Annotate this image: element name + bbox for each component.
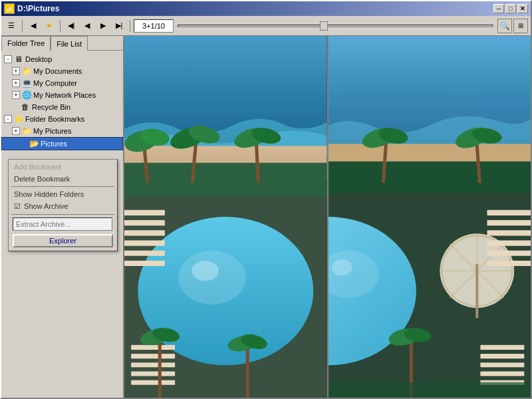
svg-rect-24 [131, 362, 175, 367]
show-archive-label: Show Archive [24, 202, 68, 210]
sidebar: Folder Tree File List - 🖥 Desktop + 📁 My… [1, 36, 124, 398]
desktop-label: Desktop [25, 55, 52, 63]
menu-delete-bookmark[interactable]: Delete Bookmark [9, 173, 117, 185]
menu-add-bookmark[interactable]: Add Bookmark [9, 161, 117, 173]
tree-item-folder-bookmarks[interactable]: - ⭐ Folder Bookmarks [1, 113, 123, 125]
titlebar: 📁 D:\Pictures ─ □ ✕ [1, 1, 531, 16]
image-area [124, 36, 531, 398]
svg-rect-16 [124, 210, 165, 215]
tree-item-network-places[interactable]: + 🌐 My Network Places [1, 89, 123, 101]
svg-rect-62 [480, 371, 524, 376]
left-scene-svg [124, 36, 327, 398]
svg-rect-27 [158, 338, 162, 398]
network-places-icon: 🌐 [21, 90, 32, 100]
tree-item-my-documents[interactable]: + 📁 My Documents [1, 65, 123, 77]
close-button[interactable]: ✕ [517, 4, 528, 13]
my-computer-icon: 💻 [21, 78, 32, 88]
first-button[interactable]: ◀| [64, 19, 78, 33]
minimize-button[interactable]: ─ [493, 4, 504, 13]
svg-rect-61 [480, 362, 524, 367]
context-menu: Add Bookmark Delete Bookmark Show Hidden… [8, 159, 118, 251]
svg-rect-17 [124, 220, 165, 225]
expand-network-places[interactable]: + [12, 91, 20, 99]
tab-file-list[interactable]: File List [51, 36, 88, 51]
svg-rect-22 [131, 345, 175, 350]
expand-my-documents[interactable]: + [12, 67, 20, 75]
extract-input[interactable] [13, 217, 112, 231]
window-icon: 📁 [4, 3, 15, 14]
slider-thumb[interactable] [320, 21, 328, 31]
forward-button[interactable]: ▶ [96, 19, 110, 33]
svg-rect-57 [487, 251, 531, 256]
menu-extract-container [9, 216, 117, 232]
svg-rect-60 [480, 354, 524, 358]
maximize-button[interactable]: □ [505, 4, 516, 13]
svg-rect-67 [329, 382, 531, 398]
window-title: D:\Pictures [17, 4, 59, 13]
svg-rect-25 [131, 371, 175, 376]
slider-track [178, 25, 493, 27]
expand-button[interactable]: ⊞ [513, 19, 528, 33]
folder-bookmarks-label: Folder Bookmarks [25, 115, 84, 123]
recycle-bin-label: Recycle Bin [32, 103, 70, 111]
menu-sep-2 [11, 214, 114, 215]
svg-rect-53 [487, 210, 531, 215]
expand-my-computer[interactable]: + [12, 79, 20, 87]
menu-sep-1 [11, 186, 114, 187]
tree-item-recycle-bin[interactable]: 🗑 Recycle Bin [1, 101, 123, 113]
tree-item-pictures[interactable]: 📂 Pictures [1, 137, 123, 150]
toolbar-separator-3 [130, 20, 130, 32]
right-scene-svg [329, 36, 531, 398]
toolbar-separator-2 [60, 20, 61, 32]
svg-rect-59 [480, 345, 524, 350]
svg-point-45 [332, 259, 352, 275]
svg-point-15 [192, 261, 219, 281]
nav-back-button[interactable]: ◀ [26, 19, 41, 33]
svg-rect-30 [246, 345, 249, 398]
titlebar-left: 📁 D:\Pictures [4, 3, 59, 14]
menu-show-hidden[interactable]: Show Hidden Folders [9, 188, 117, 200]
main-content: Folder Tree File List - 🖥 Desktop + 📁 My… [1, 36, 531, 398]
menu-show-archive[interactable]: ☑ Show Archive [9, 200, 117, 213]
toolbar-separator-1 [22, 20, 23, 32]
tree-item-desktop[interactable]: - 🖥 Desktop [1, 53, 123, 65]
explorer-button[interactable]: Explorer [13, 234, 113, 247]
tree-item-my-pictures[interactable]: + 📁 My Pictures [1, 125, 123, 137]
image-panel-left [124, 36, 327, 398]
prev-button[interactable]: ◀ [80, 19, 94, 33]
svg-rect-26 [131, 380, 175, 385]
tab-folder-tree[interactable]: Folder Tree [1, 36, 51, 51]
my-documents-label: My Documents [33, 67, 82, 75]
main-window: 📁 D:\Pictures ─ □ ✕ ☰ ◀ ★ ◀| ◀ ▶ ▶| 3+1/… [0, 0, 532, 399]
svg-rect-58 [487, 261, 531, 266]
toolbar: ☰ ◀ ★ ◀| ◀ ▶ ▶| 3+1/10 🔍 ⊞ [1, 16, 531, 36]
svg-rect-56 [487, 241, 531, 246]
bookmark-button[interactable]: ★ [42, 19, 57, 33]
svg-rect-18 [124, 230, 165, 235]
image-counter: 3+1/10 [134, 19, 174, 33]
expand-my-pictures[interactable]: + [12, 127, 20, 135]
my-computer-label: My Computer [33, 79, 77, 87]
search-button[interactable]: 🔍 [497, 19, 512, 33]
tab-border [88, 36, 123, 51]
svg-rect-23 [131, 354, 175, 358]
expand-folder-bookmarks[interactable]: - [4, 115, 12, 123]
svg-rect-19 [124, 241, 165, 246]
svg-rect-20 [124, 251, 165, 256]
tree-item-my-computer[interactable]: + 💻 My Computer [1, 77, 123, 89]
pictures-label: Pictures [41, 140, 67, 148]
folder-bookmarks-icon: ⭐ [13, 114, 24, 124]
menu-button[interactable]: ☰ [4, 19, 19, 33]
recycle-bin-icon: 🗑 [20, 102, 31, 112]
expand-desktop[interactable]: - [4, 55, 12, 63]
titlebar-buttons: ─ □ ✕ [493, 4, 528, 13]
my-documents-icon: 📁 [21, 66, 32, 76]
image-slider[interactable] [175, 19, 496, 33]
svg-rect-55 [487, 230, 531, 235]
checkbox-archive: ☑ [14, 202, 21, 210]
my-pictures-label: My Pictures [33, 127, 71, 135]
last-button[interactable]: ▶| [112, 19, 126, 33]
svg-rect-52 [475, 264, 478, 318]
svg-rect-54 [487, 220, 531, 225]
my-pictures-icon: 📁 [21, 126, 32, 136]
